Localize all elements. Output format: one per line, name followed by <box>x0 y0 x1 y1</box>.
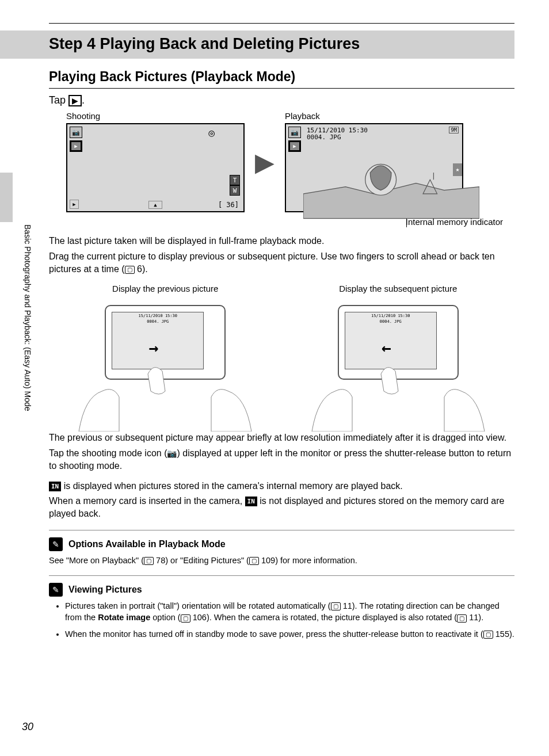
playback-filename: 0004. JPG <box>307 133 341 141</box>
book-icon: ▢ <box>249 557 259 565</box>
in-memory-icon: IN <box>245 497 257 506</box>
previous-picture-col: Display the previous picture 15/11/2010 … <box>49 284 282 414</box>
body-paragraph-1: The last picture taken will be displayed… <box>49 235 514 276</box>
effects-icon: ◎ <box>208 127 215 139</box>
tap-prefix: Tap <box>49 94 68 106</box>
camera-icon: 📷 <box>167 448 177 460</box>
play-mode-icon: ▶ <box>70 140 82 152</box>
zoom-w: W <box>230 185 240 196</box>
playback-label: Playback <box>285 111 463 121</box>
top-rule <box>49 23 514 24</box>
body-paragraph-3: IN is displayed when pictures stored in … <box>49 480 514 521</box>
pencil-icon: ✎ <box>49 537 63 551</box>
swipe-arrow-right-icon: → <box>148 338 158 357</box>
book-icon: ▢ <box>125 266 135 274</box>
shooting-screen: 📷 ▶ ◎ T W ▶ ▲ [ 36] <box>66 123 245 212</box>
camera-mode-icon: 📷 <box>288 127 301 138</box>
zoom-t: T <box>230 175 240 185</box>
list-item: Pictures taken in portrait ("tall") orie… <box>65 600 514 624</box>
book-icon: ▢ <box>483 631 493 639</box>
playback-illustration <box>303 142 479 228</box>
play-mode-icon: ▶ <box>288 140 301 152</box>
zoom-buttons: T W <box>230 175 240 196</box>
book-icon: ▢ <box>144 557 154 565</box>
manual-page: Step 4 Playing Back and Deleting Picture… <box>0 0 549 756</box>
note-list: Pictures taken in portrait ("tall") orie… <box>65 600 514 640</box>
swipe-left-illustration: 15/11/2010 15:30 0004. JPG ← <box>323 305 473 414</box>
note-text: See "More on Playback" (▢ 78) or "Editin… <box>49 555 514 566</box>
shooting-label: Shooting <box>66 111 245 121</box>
swipe-right-illustration: 15/11/2010 15:30 0004. JPG → <box>90 305 240 414</box>
body-3a: IN is displayed when pictures stored in … <box>49 480 514 492</box>
page-number: 30 <box>22 721 33 733</box>
swipe-arrow-left-icon: ← <box>382 338 391 357</box>
device-screen: 15/11/2010 15:30 0004. JPG → <box>112 312 204 369</box>
shot-counter: [ 36] <box>218 201 239 209</box>
shooting-playback-row: Shooting 📷 ▶ ◎ T W ▶ ▲ [ 36] ▶ Playback <box>66 111 514 212</box>
body-1b: Drag the current picture to display prev… <box>49 250 514 276</box>
playback-screen: 📷 ▶ 15/11/2010 15:30 0004. JPG 9M ★ ▲ IN… <box>285 123 463 212</box>
next-picture-col: Display the subsequent picture 15/11/201… <box>282 284 515 414</box>
body-3b: When a memory card is inserted in the ca… <box>49 495 514 521</box>
playback-button-icon: ▶ <box>68 95 82 106</box>
step-title: Step 4 Playing Back and Deleting Picture… <box>49 35 514 53</box>
quality-badge: 9M <box>449 127 459 133</box>
note-title: Viewing Pictures <box>68 585 142 595</box>
book-icon: ▢ <box>331 602 341 610</box>
hands-illustration <box>306 362 490 432</box>
transition-arrow-icon: ▶ <box>255 147 274 177</box>
sidebar-chapter-label: Basic Photography and Playback: (Easy Au… <box>23 224 32 478</box>
body-1a: The last picture taken will be displayed… <box>49 235 514 247</box>
note-viewing-pictures: ✎ Viewing Pictures Pictures taken in por… <box>49 575 514 640</box>
tap-instruction: Tap ▶. <box>49 94 514 106</box>
sidebar-tab <box>0 173 13 222</box>
device-screen: 15/11/2010 15:30 0004. JPG ← <box>345 312 437 369</box>
up-arrow-icon: ▲ <box>148 201 162 209</box>
book-icon: ▢ <box>457 614 467 623</box>
book-icon: ▢ <box>181 614 190 623</box>
tap-suffix: . <box>82 94 85 106</box>
shooting-column: Shooting 📷 ▶ ◎ T W ▶ ▲ [ 36] <box>66 111 245 212</box>
note-options-playback: ✎ Options Available in Playback Mode See… <box>49 530 514 566</box>
body-paragraph-2: The previous or subsequent picture may a… <box>49 432 514 472</box>
step-header: Step 4 Playing Back and Deleting Picture… <box>0 30 514 59</box>
note-title: Options Available in Playback Mode <box>68 539 226 549</box>
playback-column: Playback 📷 ▶ 15/11/2010 15:30 0004. JPG … <box>285 111 463 212</box>
content-area: Tap ▶. Shooting 📷 ▶ ◎ T W ▶ ▲ [ 36] <box>49 94 514 640</box>
section-title: Playing Back Pictures (Playback Mode) <box>49 69 514 89</box>
pencil-icon: ✎ <box>49 583 63 597</box>
body-2a: The previous or subsequent picture may a… <box>49 432 514 444</box>
in-memory-icon: IN <box>49 482 61 491</box>
body-2b: Tap the shooting mode icon (📷) displayed… <box>49 447 514 473</box>
previous-label: Display the previous picture <box>49 284 282 293</box>
play-small-icon: ▶ <box>70 200 79 209</box>
hands-illustration <box>73 362 257 432</box>
camera-mode-icon: 📷 <box>70 127 82 138</box>
next-label: Display the subsequent picture <box>282 284 515 293</box>
swipe-gesture-row: Display the previous picture 15/11/2010 … <box>49 284 514 414</box>
list-item: When the monitor has turned off in stand… <box>65 628 514 640</box>
